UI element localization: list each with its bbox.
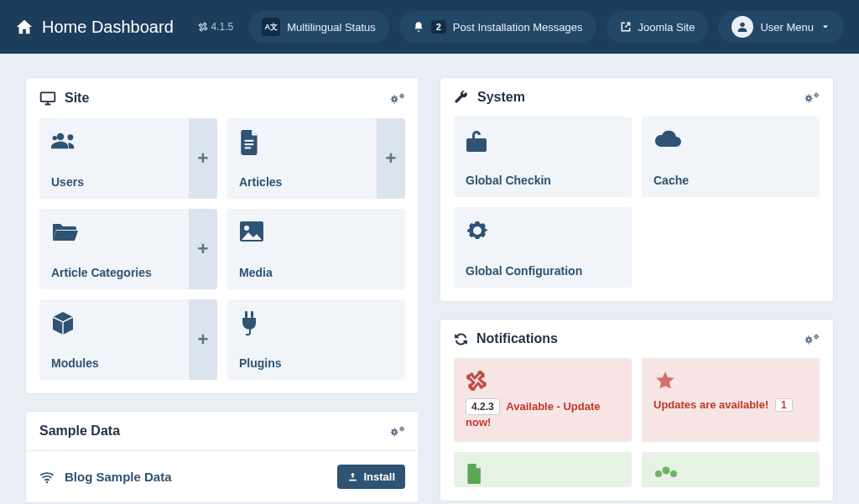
- gear-solid-icon: [466, 219, 620, 242]
- post-install-messages-button[interactable]: 2 Post Installation Messages: [399, 11, 596, 43]
- system-card: System Global Checkin: [440, 77, 834, 302]
- post-install-label: Post Installation Messages: [453, 21, 583, 34]
- notification-green-2[interactable]: [642, 452, 820, 487]
- svg-point-31: [670, 470, 677, 477]
- svg-point-29: [655, 470, 662, 477]
- modules-add-button[interactable]: +: [189, 299, 217, 380]
- sampledata-row-blog: Blog Sample Data Install: [26, 450, 419, 502]
- gear-icon: [804, 333, 820, 345]
- install-button[interactable]: Install: [337, 465, 405, 489]
- wrench-icon: [454, 90, 469, 105]
- joomla-logo-icon: [198, 22, 208, 32]
- notification-joomla-update[interactable]: 4.2.3 Available - Update now!: [454, 358, 632, 442]
- cloud-icon: [653, 128, 808, 148]
- dashboard-content: Site Users +: [0, 54, 859, 504]
- language-icon: A文: [262, 18, 280, 36]
- folder-open-icon: [51, 221, 177, 242]
- install-label: Install: [363, 470, 395, 483]
- modules-label: Modules: [51, 356, 177, 370]
- ext-update-text: Updates are available!: [653, 398, 768, 411]
- site-card-settings[interactable]: [390, 92, 405, 104]
- articles-add-button[interactable]: +: [377, 118, 405, 199]
- svg-point-7: [68, 134, 74, 140]
- notifications-card-settings[interactable]: [804, 333, 820, 345]
- media-link[interactable]: Media: [227, 209, 405, 289]
- svg-rect-15: [251, 311, 253, 318]
- sampledata-blog-title: Blog Sample Data: [65, 470, 327, 484]
- tile-article-categories: Article Categories +: [39, 209, 217, 289]
- svg-rect-14: [245, 311, 247, 318]
- svg-point-30: [663, 466, 670, 474]
- users-add-button[interactable]: +: [189, 118, 217, 199]
- article-categories-label: Article Categories: [51, 266, 177, 279]
- frontend-label: Joomla Site: [638, 21, 695, 34]
- right-column: System Global Checkin: [440, 77, 834, 503]
- gear-icon: [390, 425, 405, 437]
- svg-point-13: [244, 226, 249, 231]
- star-icon: [653, 370, 808, 392]
- system-card-settings[interactable]: [804, 91, 820, 103]
- modules-link[interactable]: Modules: [39, 299, 189, 380]
- svg-rect-10: [245, 143, 254, 145]
- file-text-icon: [239, 130, 365, 155]
- articles-link[interactable]: Articles: [227, 118, 377, 199]
- wifi-icon: [39, 470, 55, 484]
- article-categories-add-button[interactable]: +: [189, 209, 217, 289]
- svg-rect-11: [245, 147, 252, 148]
- frontend-link-button[interactable]: Joomla Site: [607, 11, 709, 43]
- svg-point-20: [46, 481, 48, 482]
- upload-icon: [347, 471, 358, 482]
- plug-icon: [239, 311, 393, 338]
- file-green-icon: [466, 464, 620, 484]
- svg-point-22: [808, 97, 810, 99]
- monitor-icon: [39, 90, 56, 107]
- sync-icon: [454, 332, 468, 346]
- users-link[interactable]: Users: [39, 118, 189, 199]
- gear-icon: [390, 92, 405, 104]
- tile-cache: Cache: [642, 117, 820, 197]
- notifications-card-title: Notifications: [476, 331, 558, 346]
- users-label: Users: [51, 175, 177, 189]
- multilingual-label: Multilingual Status: [287, 21, 376, 34]
- joomla-version[interactable]: 4.1.5: [198, 21, 239, 33]
- multilingual-status-button[interactable]: A文 Multilingual Status: [248, 11, 389, 43]
- user-menu-button[interactable]: User Menu: [718, 11, 844, 43]
- svg-point-6: [57, 133, 65, 141]
- joomla-update-version: 4.2.3: [466, 398, 500, 415]
- svg-point-26: [808, 339, 810, 340]
- global-checkin-link[interactable]: Global Checkin: [454, 117, 632, 197]
- cache-label: Cache: [653, 174, 808, 187]
- plugins-link[interactable]: Plugins: [227, 299, 405, 380]
- unlock-icon: [466, 128, 620, 153]
- users-icon: [51, 130, 177, 152]
- sampledata-card: Sample Data Blog Sample Data Install: [25, 411, 419, 503]
- notification-extensions-update[interactable]: Updates are available! 1: [642, 358, 820, 442]
- external-link-icon: [620, 21, 632, 33]
- svg-rect-9: [245, 140, 254, 142]
- page-title: Home Dashboard: [42, 18, 174, 37]
- version-text: 4.1.5: [211, 21, 234, 33]
- svg-point-8: [53, 136, 57, 140]
- chevron-down-icon: [820, 22, 830, 32]
- gear-icon: [804, 91, 820, 103]
- svg-rect-1: [41, 92, 55, 101]
- sampledata-card-settings[interactable]: [390, 425, 405, 437]
- global-configuration-label: Global Configuration: [466, 264, 620, 278]
- tile-plugins: Plugins: [227, 299, 405, 380]
- system-card-title: System: [477, 90, 525, 105]
- global-checkin-label: Global Checkin: [466, 174, 620, 187]
- tile-global-checkin: Global Checkin: [454, 117, 632, 197]
- left-column: Site Users +: [25, 77, 419, 503]
- sampledata-card-title: Sample Data: [39, 423, 120, 439]
- cache-link[interactable]: Cache: [642, 117, 820, 197]
- home-icon: [15, 18, 34, 36]
- user-menu-label: User Menu: [760, 21, 814, 34]
- article-categories-link[interactable]: Article Categories: [39, 209, 189, 289]
- notification-green-1[interactable]: [454, 452, 632, 487]
- tile-global-configuration: Global Configuration: [454, 207, 632, 288]
- tile-articles: Articles +: [227, 118, 405, 199]
- svg-point-17: [393, 431, 395, 433]
- joomla-red-icon: [466, 370, 620, 392]
- global-configuration-link[interactable]: Global Configuration: [454, 207, 632, 288]
- user-avatar-icon: [731, 16, 753, 38]
